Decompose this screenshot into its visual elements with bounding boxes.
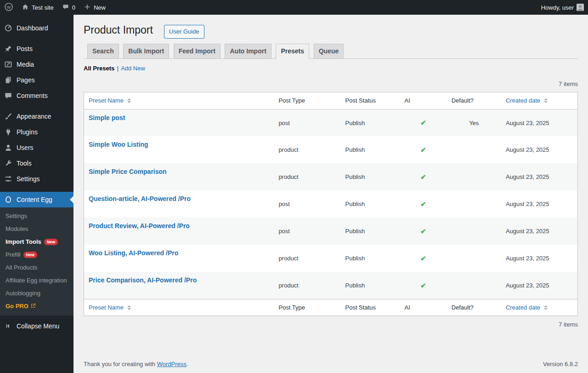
post-status-cell: Publish xyxy=(341,163,400,190)
collapse-menu-label: Collapse Menu xyxy=(17,322,59,330)
submenu-item-autoblogging[interactable]: Autoblogging xyxy=(0,287,74,300)
add-new-link[interactable]: Add New xyxy=(121,65,145,72)
tab-feed-import[interactable]: Feed Import xyxy=(174,44,220,59)
sidebar-item-label: Tools xyxy=(17,160,32,167)
wordpress-footer-link[interactable]: WordPress xyxy=(157,361,187,367)
default-cell xyxy=(447,245,501,272)
preset-name-link[interactable]: Woo Listing, AI-Powered /Pro xyxy=(89,249,178,257)
ai-check-cell: ✔ xyxy=(400,245,447,272)
page-title: Product Import xyxy=(84,19,153,39)
preset-name-link[interactable]: Question-article, AI-Powered /Pro xyxy=(89,195,191,202)
submenu-item-settings[interactable]: Settings xyxy=(0,210,74,223)
sidebar-item-content-egg[interactable]: Content Egg xyxy=(0,192,74,207)
sidebar-item-posts[interactable]: Posts xyxy=(0,41,74,57)
submenu-item-import-tools[interactable]: Import Tools New xyxy=(0,235,74,248)
new-content-menu[interactable]: New xyxy=(79,0,110,15)
filter-separator: | xyxy=(117,65,119,72)
header-ai: AI xyxy=(400,92,447,109)
comments-icon xyxy=(4,91,13,100)
submenu-label: Prefill xyxy=(6,251,21,258)
tab-presets[interactable]: Presets xyxy=(276,44,309,59)
wordpress-logo-icon: W xyxy=(4,2,13,13)
sidebar-item-tools[interactable]: Tools xyxy=(0,155,74,171)
footer-thank-you-text: Thank you for creating with xyxy=(84,361,155,367)
plugins-icon xyxy=(4,127,13,137)
ai-check-cell: ✔ xyxy=(400,163,447,190)
sidebar-item-pages[interactable]: Pages xyxy=(0,72,74,88)
header-post-type: Post Type xyxy=(274,92,340,109)
sidebar-item-label: Content Egg xyxy=(17,196,52,203)
header-label: Created date xyxy=(506,96,540,105)
comments-menu[interactable]: 0 xyxy=(58,0,79,15)
user-guide-button[interactable]: User Guide xyxy=(164,25,204,39)
footer-post-type: Post Type xyxy=(274,299,340,316)
table-row: Product Review, AI-Powered /Pro post Pub… xyxy=(84,218,578,245)
preset-name-link[interactable]: Simple post xyxy=(89,114,125,121)
wordpress-logo-button[interactable]: W xyxy=(0,0,17,15)
filter-links: All Presets | Add New xyxy=(84,65,578,72)
submenu-label: Autoblogging xyxy=(6,290,40,297)
admin-footer: Thank you for creating with WordPress. V… xyxy=(74,356,588,373)
sidebar-item-label: Users xyxy=(17,144,34,151)
collapse-menu-button[interactable]: Collapse Menu xyxy=(0,318,74,334)
created-date-cell: August 23, 2025 xyxy=(501,136,578,163)
content-egg-icon xyxy=(4,195,13,204)
submenu-item-affiliate-egg-integration[interactable]: Affiliate Egg integration xyxy=(0,274,74,287)
sidebar-item-appearance[interactable]: Appearance xyxy=(0,109,74,124)
submenu-item-modules[interactable]: Modules xyxy=(0,223,74,235)
sort-indicator-icon xyxy=(127,98,131,103)
external-link-icon xyxy=(28,303,36,310)
sidebar-item-plugins[interactable]: Plugins xyxy=(0,124,74,140)
new-badge: New xyxy=(44,239,58,245)
filter-all-presets-link[interactable]: All Presets xyxy=(84,65,114,72)
account-menu[interactable]: Howdy, user xyxy=(537,0,588,15)
menu-separator xyxy=(0,103,74,109)
tab-auto-import[interactable]: Auto Import xyxy=(225,44,271,59)
tab-queue[interactable]: Queue xyxy=(314,44,344,59)
sidebar-item-settings[interactable]: Settings xyxy=(0,171,74,187)
main-content: Product Import User Guide Search Bulk Im… xyxy=(74,15,588,373)
sidebar-item-dashboard[interactable]: Dashboard xyxy=(0,20,74,36)
sidebar-item-users[interactable]: Users xyxy=(0,140,74,155)
header-label: Preset Name xyxy=(89,96,124,105)
submenu-item-go-pro[interactable]: Go PRO xyxy=(0,300,74,313)
sidebar-item-label: Pages xyxy=(17,76,35,84)
submenu-item-prefill[interactable]: Prefill New xyxy=(0,248,74,261)
submenu-label: Modules xyxy=(6,225,28,233)
tab-bulk-import[interactable]: Bulk Import xyxy=(123,44,169,59)
post-type-cell: post xyxy=(274,218,340,245)
sidebar-item-media[interactable]: Media xyxy=(0,57,74,72)
items-count: 7 items xyxy=(559,80,578,87)
menu-separator xyxy=(0,187,74,192)
tab-bar: Search Bulk Import Feed Import Auto Impo… xyxy=(84,44,578,59)
sort-indicator-icon xyxy=(544,305,548,310)
sort-preset-name-header[interactable]: Preset Name xyxy=(89,96,131,105)
submenu-label: Import Tools xyxy=(6,238,41,246)
preset-name-link[interactable]: Simple Price Comparison xyxy=(89,168,167,175)
tab-search[interactable]: Search xyxy=(87,44,119,59)
sort-preset-name-footer[interactable]: Preset Name xyxy=(89,303,131,312)
site-name-label: Test site xyxy=(32,4,54,11)
footer-thank-you: Thank you for creating with WordPress. xyxy=(84,361,188,367)
items-count: 7 items xyxy=(559,321,578,328)
dashboard-icon xyxy=(4,23,13,33)
sort-created-date-footer[interactable]: Created date xyxy=(506,303,548,312)
submenu-label: All Products xyxy=(6,264,37,271)
footer-version: Version 6.8.2 xyxy=(543,361,578,367)
sort-created-date-header[interactable]: Created date xyxy=(506,96,548,105)
sidebar-item-label: Appearance xyxy=(17,113,51,120)
table-row: Price Comparison, AI-Powered /Pro produc… xyxy=(84,272,578,299)
submenu-item-all-products[interactable]: All Products xyxy=(0,261,74,274)
ai-check-cell: ✔ xyxy=(400,136,447,163)
post-status-cell: Publish xyxy=(341,218,400,245)
post-status-cell: Publish xyxy=(341,245,400,272)
preset-name-link[interactable]: Simple Woo Listing xyxy=(89,141,148,148)
tools-icon xyxy=(4,159,13,168)
collapse-icon xyxy=(4,321,13,331)
site-name-menu[interactable]: Test site xyxy=(17,0,58,15)
sidebar-item-comments[interactable]: Comments xyxy=(0,88,74,103)
preset-name-link[interactable]: Product Review, AI-Powered /Pro xyxy=(89,222,190,230)
admin-sidebar: Dashboard Posts Media Pages Comments xyxy=(0,15,74,373)
table-row: Simple post post Publish ✔ Yes August 23… xyxy=(84,109,578,136)
preset-name-link[interactable]: Price Comparison, AI-Powered /Pro xyxy=(89,276,197,284)
